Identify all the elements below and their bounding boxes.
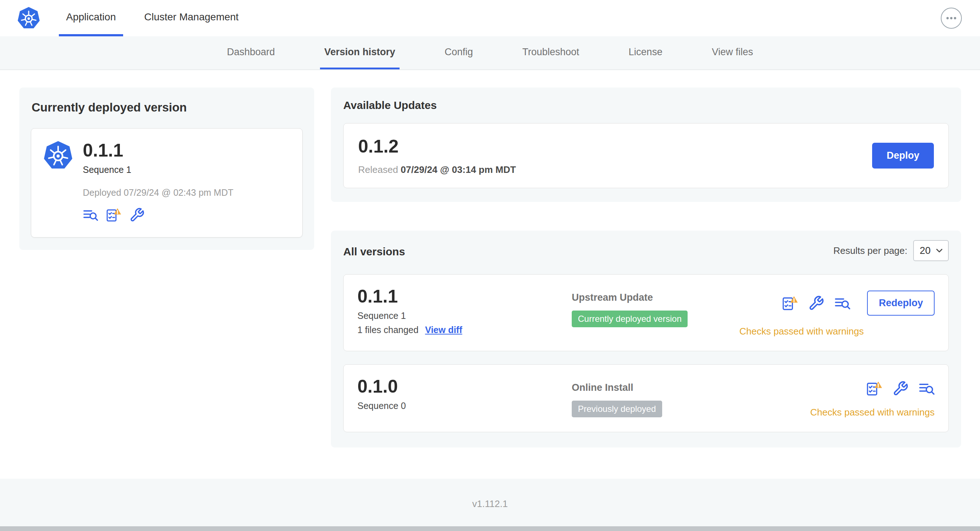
deployed-version-actions — [83, 207, 234, 223]
version-sequence: Sequence 1 — [358, 310, 572, 321]
update-version-number: 0.1.2 — [358, 136, 516, 157]
results-per-page: Results per page: 20 — [833, 240, 949, 261]
deployment-status-badge: Previously deployed — [572, 401, 662, 417]
subnav-tab-dashboard-label: Dashboard — [227, 46, 275, 58]
deployed-version-date: Deployed 07/29/24 @ 02:43 pm MDT — [83, 188, 234, 198]
currently-deployed-title: Currently deployed version — [32, 100, 302, 114]
subnav-tab-view-files-label: View files — [712, 46, 753, 58]
version-action-icons: Redeploy — [782, 291, 935, 316]
version-number: 0.1.1 — [358, 287, 572, 306]
version-row-actions: Checks passed with warnings — [810, 377, 935, 418]
version-row-info: 0.1.0 Sequence 0 — [358, 377, 572, 418]
more-options-button[interactable] — [941, 8, 962, 29]
main-content: Currently deployed version 0.1.1 Sequenc… — [0, 70, 980, 479]
app-sub-nav: Dashboard Version history Config Trouble… — [0, 36, 980, 70]
files-changed-label: 1 files changed — [358, 325, 418, 335]
update-item: 0.1.2 Released 07/29/24 @ 03:14 pm MDT D… — [343, 123, 949, 188]
redeploy-button[interactable]: Redeploy — [867, 291, 935, 316]
subnav-tab-license-label: License — [629, 46, 663, 58]
deployment-status-badge: Currently deployed version — [572, 310, 687, 327]
available-updates-title: Available Updates — [343, 99, 949, 111]
deployed-version-sequence: Sequence 1 — [83, 165, 234, 175]
kubernetes-logo — [18, 0, 40, 36]
version-source: Upstream Update Currently deployed versi… — [572, 287, 740, 337]
results-per-page-select[interactable]: 20 — [913, 240, 949, 261]
logs-icon[interactable] — [83, 207, 98, 223]
ellipsis-icon — [944, 11, 958, 25]
preflight-checks-warning-icon[interactable] — [106, 207, 121, 223]
version-row-info: 0.1.1 Sequence 1 1 files changed View di… — [358, 287, 572, 337]
subnav-tab-troubleshoot-label: Troubleshoot — [522, 46, 579, 58]
top-nav-bar: Application Cluster Management — [0, 0, 980, 36]
released-date: 07/29/24 @ 03:14 pm MDT — [401, 164, 516, 175]
checks-status: Checks passed with warnings — [740, 326, 864, 337]
update-released-line: Released 07/29/24 @ 03:14 pm MDT — [358, 164, 516, 175]
all-versions-card: All versions Results per page: 20 0.1.1 … — [331, 231, 961, 447]
update-details: 0.1.2 Released 07/29/24 @ 03:14 pm MDT — [358, 136, 516, 175]
deployed-version-number: 0.1.1 — [83, 141, 234, 160]
subnav-tab-config[interactable]: Config — [440, 36, 477, 69]
version-source-label: Online Install — [572, 382, 810, 393]
subnav-tab-troubleshoot[interactable]: Troubleshoot — [518, 36, 584, 69]
config-tools-icon[interactable] — [129, 207, 145, 223]
subnav-tab-view-files[interactable]: View files — [708, 36, 758, 69]
tab-cluster-management[interactable]: Cluster Management — [137, 0, 246, 36]
subnav-tab-version-history-label: Version history — [325, 46, 395, 58]
subnav-tab-license[interactable]: License — [624, 36, 667, 69]
preflight-checks-warning-icon[interactable] — [866, 381, 882, 397]
version-number: 0.1.0 — [358, 377, 572, 396]
currently-deployed-card: Currently deployed version 0.1.1 Sequenc… — [19, 87, 314, 250]
config-tools-icon[interactable] — [892, 381, 908, 397]
version-row: 0.1.0 Sequence 0 Online Install Previous… — [343, 364, 949, 432]
all-versions-header: All versions Results per page: 20 — [343, 240, 949, 261]
version-source: Online Install Previously deployed — [572, 377, 810, 418]
version-sequence: Sequence 0 — [358, 401, 572, 411]
preflight-checks-warning-icon[interactable] — [782, 295, 798, 311]
config-tools-icon[interactable] — [808, 295, 824, 311]
app-manager-version: v1.112.1 — [472, 498, 508, 509]
deployed-version-details: 0.1.1 Sequence 1 Deployed 07/29/24 @ 02:… — [83, 141, 234, 223]
version-row: 0.1.1 Sequence 1 1 files changed View di… — [343, 274, 949, 351]
version-files-changed: 1 files changed View diff — [358, 325, 572, 335]
results-per-page-label: Results per page: — [833, 245, 907, 256]
right-column: Available Updates 0.1.2 Released 07/29/2… — [331, 87, 961, 447]
version-action-icons — [866, 381, 935, 397]
logs-icon[interactable] — [834, 295, 850, 311]
tab-application[interactable]: Application — [59, 0, 123, 36]
kubernetes-app-icon — [44, 141, 73, 170]
checks-status: Checks passed with warnings — [810, 407, 935, 418]
chevron-down-icon — [934, 245, 944, 256]
page: Application Cluster Management Dashboard… — [0, 0, 980, 531]
horizontal-scrollbar[interactable] — [0, 526, 980, 531]
version-source-label: Upstream Update — [572, 292, 740, 303]
all-versions-title: All versions — [343, 245, 405, 258]
subnav-tab-config-label: Config — [445, 46, 473, 58]
subnav-tab-dashboard[interactable]: Dashboard — [223, 36, 279, 69]
version-row-actions: Redeploy Checks passed with warnings — [740, 287, 935, 337]
available-updates-card: Available Updates 0.1.2 Released 07/29/2… — [331, 87, 961, 202]
subnav-tab-version-history[interactable]: Version history — [320, 36, 399, 69]
deploy-button[interactable]: Deploy — [872, 143, 934, 169]
logs-icon[interactable] — [919, 381, 935, 397]
tab-cluster-management-label: Cluster Management — [144, 11, 239, 23]
deployed-version-card: 0.1.1 Sequence 1 Deployed 07/29/24 @ 02:… — [31, 128, 302, 237]
results-per-page-value: 20 — [920, 245, 931, 256]
released-label: Released — [358, 164, 398, 175]
tab-application-label: Application — [66, 11, 116, 23]
view-diff-link[interactable]: View diff — [425, 325, 462, 335]
footer: v1.112.1 — [0, 479, 980, 526]
